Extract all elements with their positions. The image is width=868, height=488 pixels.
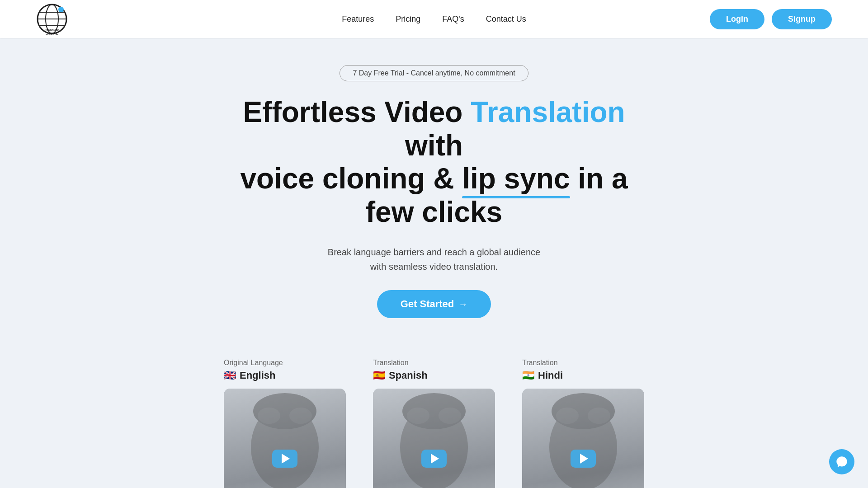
svg-point-16 [407,408,429,424]
demo-type-label-2: Translation [522,359,558,367]
svg-point-23 [588,408,610,424]
get-started-button[interactable]: Get Started → [377,290,491,318]
headline-line2-part1: voice cloning & [240,162,462,195]
lang-name-1: Spanish [389,370,428,381]
svg-text:-Videos-: -Videos- [46,33,58,35]
demo-video-1[interactable] [373,389,495,488]
demo-type-label-1: Translation [373,359,409,367]
chat-support-button[interactable] [829,449,854,474]
svg-text:Translate: Translate [45,28,59,32]
nav-pricing[interactable]: Pricing [396,14,420,23]
svg-point-17 [439,408,461,424]
nav-contact[interactable]: Contact Us [486,14,526,23]
play-button-0[interactable] [272,450,297,468]
nav-links: Features Pricing FAQ's Contact Us [342,14,526,24]
play-button-1[interactable] [421,450,447,468]
svg-point-22 [556,408,579,424]
lang-name-2: Hindi [538,370,563,381]
headline-part1: Effortless Video [243,96,471,128]
demo-lang-1: 🇪🇸Spanish [373,370,428,381]
demo-type-label-0: Original Language [224,359,283,367]
logo[interactable]: Translate -Videos- [36,3,68,35]
svg-point-5 [58,7,64,12]
svg-rect-18 [425,486,443,488]
get-started-label: Get Started [401,298,454,310]
svg-rect-12 [276,486,294,488]
nav-faqs[interactable]: FAQ's [442,14,464,23]
demo-lang-0: 🇬🇧English [224,370,275,381]
play-button-2[interactable] [571,450,596,468]
headline-part2: with [405,129,463,162]
svg-point-10 [258,408,280,424]
svg-rect-24 [574,486,592,488]
hero-headline: Effortless Video Translation with voice … [231,96,637,229]
nav-actions: Login Signup [710,9,832,29]
login-button[interactable]: Login [710,9,764,29]
demo-col-0: Original Language🇬🇧English [224,359,346,488]
demo-col-1: Translation🇪🇸Spanish [373,359,495,488]
flag-icon-2: 🇮🇳 [522,370,534,381]
flag-icon-1: 🇪🇸 [373,370,385,381]
navbar: Translate -Videos- Features Pricing FAQ'… [0,0,868,38]
demo-video-2[interactable] [522,389,644,488]
signup-button[interactable]: Signup [772,9,832,29]
headline-lipsync: lip sync [462,162,570,196]
hero-section: 7 Day Free Trial - Cancel anytime, No co… [0,38,868,336]
nav-features[interactable]: Features [342,14,374,23]
svg-point-11 [289,408,312,424]
trial-badge: 7 Day Free Trial - Cancel anytime, No co… [340,65,528,81]
lang-name-0: English [240,370,275,381]
headline-highlight: Translation [471,96,625,128]
demo-video-0[interactable] [224,389,346,488]
arrow-icon: → [458,299,467,310]
flag-icon-0: 🇬🇧 [224,370,236,381]
demo-section: Original Language🇬🇧English Translation🇪🇸… [0,336,868,488]
hero-subtext: Break language barriers and reach a glob… [328,245,540,274]
demo-lang-2: 🇮🇳Hindi [522,370,563,381]
demo-col-2: Translation🇮🇳Hindi [522,359,644,488]
